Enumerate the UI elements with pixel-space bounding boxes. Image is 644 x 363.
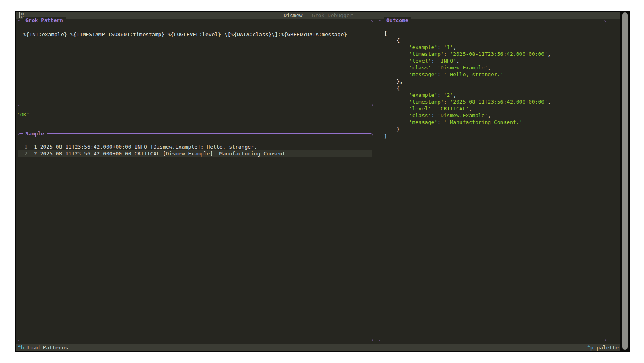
line-number: 2 bbox=[18, 150, 27, 157]
sample-panel: Sample 11 2025-08-11T23:56:42.000+00:00 … bbox=[18, 133, 373, 341]
outcome-line: ] bbox=[384, 133, 551, 139]
footer-label-palette: palette bbox=[597, 344, 619, 351]
outcome-line: 'level': 'CRITICAL', bbox=[384, 105, 551, 112]
footer-binding-load-patterns[interactable]: ^b Load Patterns bbox=[18, 344, 68, 351]
terminal-scrollbar[interactable] bbox=[620, 12, 629, 351]
outcome-line: 'timestamp': '2025-08-11T23:56:42.000+00… bbox=[384, 51, 551, 57]
terminal-window: 2B 58 Dismew — Grok Debugger Grok Patter… bbox=[15, 11, 630, 352]
outcome-panel-title: Outcome bbox=[384, 17, 411, 24]
sample-line-text: 1 2025-08-11T23:56:42.000+00:00 INFO [Di… bbox=[27, 143, 257, 150]
outcome-line: 'message': ' Hello, stranger.' bbox=[384, 71, 551, 78]
window-title: Dismew — Grok Debugger bbox=[283, 12, 353, 18]
outcome-line: 'class': 'Dismew.Example', bbox=[384, 64, 551, 71]
grok-pattern-panel: Grok Pattern %{INT:example} %{TIMESTAMP_… bbox=[18, 20, 373, 106]
app-screen: 2B 58 Dismew — Grok Debugger Grok Patter… bbox=[16, 12, 620, 351]
footer-label-load-patterns: Load Patterns bbox=[27, 344, 68, 351]
grok-pattern-input[interactable]: %{INT:example} %{TIMESTAMP_ISO8601:times… bbox=[18, 20, 373, 106]
outcome-line: { bbox=[384, 85, 551, 92]
outcome-line: } bbox=[384, 126, 551, 133]
outcome-line: 'example': '2', bbox=[384, 92, 551, 98]
footer-binding-palette[interactable]: ^p palette bbox=[587, 344, 619, 351]
sample-line[interactable]: 11 2025-08-11T23:56:42.000+00:00 INFO [D… bbox=[18, 143, 372, 150]
outcome-panel: Outcome [ { 'example': '1', 'timestamp':… bbox=[379, 20, 606, 341]
main-content: Grok Pattern %{INT:example} %{TIMESTAMP_… bbox=[16, 19, 620, 344]
footer-key-ctrl-p: ^p bbox=[587, 344, 594, 351]
window-title-app: Dismew bbox=[283, 12, 302, 18]
outcome-line: 'level': 'INFO', bbox=[384, 57, 551, 64]
grok-status: 'OK' bbox=[17, 111, 29, 118]
outcome-line: 'class': 'Dismew.Example', bbox=[384, 112, 551, 119]
line-number: 1 bbox=[18, 143, 27, 150]
outcome-line: 'message': ' Manufactoring Consent.' bbox=[384, 119, 551, 126]
sample-textarea[interactable]: 11 2025-08-11T23:56:42.000+00:00 INFO [D… bbox=[18, 143, 372, 157]
title-bar: 2B 58 Dismew — Grok Debugger bbox=[16, 12, 620, 19]
footer-key-ctrl-b: ^b bbox=[18, 344, 24, 351]
scrollbar-thumb[interactable] bbox=[622, 12, 628, 350]
outcome-line: 'example': '1', bbox=[384, 44, 551, 51]
outcome-line: }, bbox=[384, 78, 551, 85]
sample-line-text: 2 2025-08-11T23:56:42.000+00:00 CRITICAL… bbox=[27, 150, 289, 157]
outcome-line: 'timestamp': '2025-08-11T23:56:42.000+00… bbox=[384, 98, 551, 105]
outcome-output: [ { 'example': '1', 'timestamp': '2025-0… bbox=[384, 30, 551, 139]
outcome-line: [ bbox=[384, 30, 551, 37]
sample-panel-title: Sample bbox=[23, 130, 47, 137]
window-title-screen: — Grok Debugger bbox=[306, 12, 353, 18]
grok-pattern-value: %{INT:example} %{TIMESTAMP_ISO8601:times… bbox=[23, 31, 347, 38]
app-icon-hex-top: 2B bbox=[21, 12, 24, 15]
sample-line[interactable]: 22 2025-08-11T23:56:42.000+00:00 CRITICA… bbox=[18, 150, 372, 157]
outcome-line: { bbox=[384, 37, 551, 44]
footer-bar: ^b Load Patterns ^p palette bbox=[16, 344, 620, 351]
